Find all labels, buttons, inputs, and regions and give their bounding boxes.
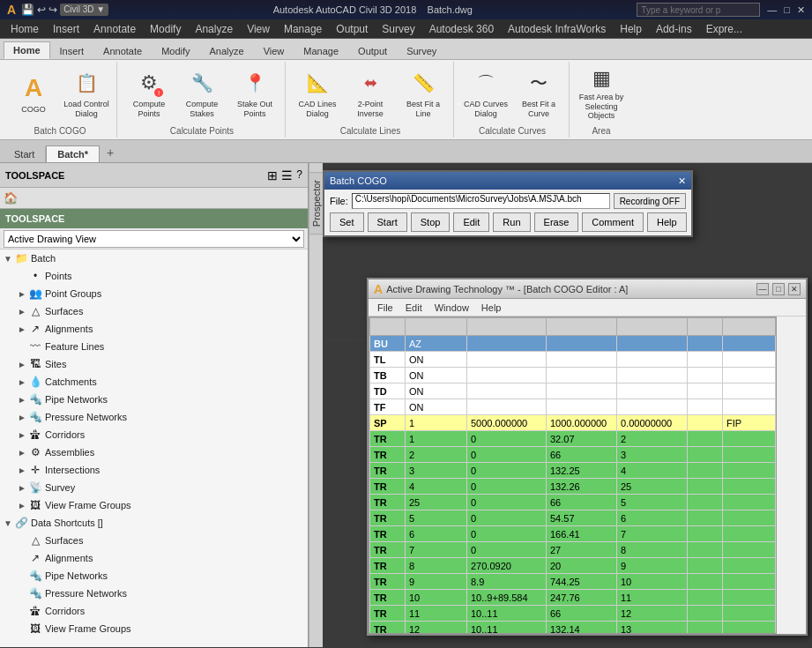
tree-item-ds-corridors[interactable]: 🛣 Corridors	[0, 602, 308, 620]
ribbon-tab-insert[interactable]: Insert	[50, 42, 94, 59]
menu-item-help[interactable]: Help	[613, 21, 649, 37]
tree-item-surfaces[interactable]: ► △ Surfaces	[0, 302, 308, 320]
tree-item-point-groups[interactable]: ► 👥 Point Groups	[0, 285, 308, 302]
view-dropdown[interactable]: Active Drawing View	[4, 230, 304, 248]
ribbon-tab-annotate[interactable]: Annotate	[93, 42, 152, 59]
ribbon-tab-view[interactable]: View	[254, 42, 294, 59]
editor-close-btn[interactable]: ✕	[788, 283, 801, 295]
editor-menu-edit[interactable]: Edit	[400, 302, 428, 314]
menu-item-express[interactable]: Expre...	[699, 21, 749, 37]
table-row[interactable]: TR20663	[370, 447, 776, 463]
table-row[interactable]: TR98.9744.2510	[370, 574, 776, 590]
editor-title-bar[interactable]: A Active Drawing Technology ™ - [Batch C…	[369, 279, 806, 299]
tree-item-viewframe[interactable]: ► 🖼 View Frame Groups	[0, 496, 308, 514]
menu-item-view[interactable]: View	[240, 21, 277, 37]
tree-item-pressure-networks[interactable]: ► 🔩 Pressure Networks	[0, 408, 308, 426]
editor-minimize-btn[interactable]: —	[756, 283, 769, 295]
ribbon-btn-fast-area[interactable]: ▦ Fast Area by Selecting Objects	[577, 66, 626, 123]
tree-item-ds-viewframe[interactable]: 🖼 View Frame Groups	[0, 620, 308, 637]
menu-item-modify[interactable]: Modify	[143, 21, 188, 37]
menu-item-survey[interactable]: Survey	[375, 21, 421, 37]
batch-cogo-title-bar[interactable]: Batch COGO ✕	[324, 172, 691, 190]
menu-item-annotate[interactable]: Annotate	[86, 21, 143, 37]
table-row[interactable]: TLON	[370, 352, 776, 368]
quick-access[interactable]: 💾 ↩ ↪ Civil 3D ▼	[21, 4, 108, 16]
tree-item-ds-alignments[interactable]: ↗ Alignments	[0, 549, 308, 567]
tree-item-survey[interactable]: ► 📡 Survey	[0, 479, 308, 496]
menu-item-output[interactable]: Output	[329, 21, 375, 37]
ribbon-btn-best-fit-curve[interactable]: 〜 Best Fit a Curve	[514, 66, 563, 123]
menu-item-home[interactable]: Home	[4, 21, 46, 37]
menu-item-insert[interactable]: Insert	[46, 21, 86, 37]
table-row[interactable]: SP15000.0000001000.0000000.00000000FIP	[370, 415, 776, 431]
table-row[interactable]: TDON	[370, 384, 776, 399]
editor-table-scroll[interactable]: BUAZTLONTBONTDONTFONSP15000.0000001000.0…	[369, 317, 777, 634]
table-row[interactable]: TR70278	[370, 542, 776, 558]
editor-menu-help[interactable]: Help	[476, 302, 507, 314]
ribbon-btn-2-point-inverse[interactable]: ⬌ 2-Point Inverse	[346, 66, 395, 123]
tree-item-ds-surfaces[interactable]: △ Surfaces	[0, 532, 308, 549]
ribbon-tab-home[interactable]: Home	[4, 41, 50, 59]
dlg-comment-btn[interactable]: Comment	[582, 212, 644, 232]
ribbon-tab-analyze[interactable]: Analyze	[200, 42, 254, 59]
ribbon-tab-output[interactable]: Output	[348, 42, 397, 59]
table-row[interactable]: TR1110..116612	[370, 606, 776, 622]
menu-item-a360[interactable]: Autodesk 360	[422, 21, 501, 37]
dlg-help-btn[interactable]: Help	[647, 212, 687, 232]
table-row[interactable]: TR250665	[370, 495, 776, 510]
tree-root-batch[interactable]: ▼ 📁 Batch	[0, 250, 308, 267]
ribbon-btn-compute-points[interactable]: ⚙ ! Compute Points	[124, 66, 174, 123]
dlg-run-btn[interactable]: Run	[493, 212, 530, 232]
tree-item-intersections[interactable]: ► ✛ Intersections	[0, 461, 308, 479]
tree-item-ds-pressure[interactable]: 🔩 Pressure Networks	[0, 585, 308, 602]
search-input[interactable]	[637, 3, 760, 17]
tree-item-assemblies[interactable]: ► ⚙ Assemblies	[0, 443, 308, 461]
prospector-vert-tab[interactable]: Prospector	[309, 172, 324, 235]
sidebar-btn-help[interactable]: ?	[296, 168, 302, 182]
ribbon-tab-modify[interactable]: Modify	[152, 42, 199, 59]
table-row[interactable]: TR1032.072	[370, 431, 776, 447]
menu-item-manage[interactable]: Manage	[277, 21, 329, 37]
maximize-btn[interactable]: □	[784, 4, 790, 15]
sidebar-btn-2[interactable]: ☰	[281, 168, 293, 182]
tree-item-catchments[interactable]: ► 💧 Catchments	[0, 373, 308, 391]
table-row[interactable]: TR8270.0920209	[370, 558, 776, 574]
menu-item-addins[interactable]: Add-ins	[649, 21, 699, 37]
dlg-erase-btn[interactable]: Erase	[534, 212, 579, 232]
dlg-edit-btn[interactable]: Edit	[453, 212, 489, 232]
menu-item-infraworks[interactable]: Autodesk InfraWorks	[501, 21, 613, 37]
expand-batch[interactable]: ▼	[4, 254, 14, 264]
dlg-set-btn[interactable]: Set	[330, 212, 364, 232]
tree-item-sites[interactable]: ► 🏗 Sites	[0, 355, 308, 373]
menu-item-analyze[interactable]: Analyze	[188, 21, 240, 37]
editor-menu-window[interactable]: Window	[429, 302, 474, 314]
minimize-btn[interactable]: —	[767, 4, 777, 15]
close-btn[interactable]: ✕	[797, 4, 805, 16]
recording-btn[interactable]: Recording OFF	[614, 193, 686, 209]
add-tab-btn[interactable]: +	[100, 143, 121, 162]
ribbon-btn-cogo[interactable]: A COGO	[9, 66, 58, 123]
editor-restore-btn[interactable]: □	[772, 283, 785, 295]
tree-item-feature-lines[interactable]: 〰 Feature Lines	[0, 338, 308, 355]
tree-item-pipe-networks[interactable]: ► 🔩 Pipe Networks	[0, 391, 308, 408]
sidebar-btn-1[interactable]: ⊞	[267, 168, 278, 182]
ribbon-btn-cad-lines[interactable]: 📐 CAD Lines Dialog	[293, 66, 342, 123]
ribbon-btn-load-control[interactable]: 📋 Load Control Dialog	[62, 66, 111, 123]
table-row[interactable]: TR1210..11132.1413	[370, 622, 776, 635]
table-row[interactable]: TR60166.417	[370, 526, 776, 542]
tree-item-alignments[interactable]: ► ↗ Alignments	[0, 320, 308, 338]
editor-menu-file[interactable]: File	[372, 302, 399, 314]
ribbon-btn-cad-curves[interactable]: ⌒ CAD Curves Dialog	[461, 66, 510, 123]
tree-item-ds-pipe-networks[interactable]: 🔩 Pipe Networks	[0, 567, 308, 585]
tree-item-data-shortcuts[interactable]: ▼ 🔗 Data Shortcuts []	[0, 514, 308, 532]
ribbon-btn-best-fit-line[interactable]: 📏 Best Fit a Line	[399, 66, 448, 123]
table-row[interactable]: TR40132.2625	[370, 479, 776, 495]
ribbon-btn-compute-stakes[interactable]: 🔧 Compute Stakes	[177, 66, 227, 123]
table-row[interactable]: TFON	[370, 399, 776, 415]
ribbon-btn-stake-out[interactable]: 📍 Stake Out Points	[230, 66, 279, 123]
table-row[interactable]: TR1010..9+89.584247.7611	[370, 590, 776, 606]
batch-cogo-close[interactable]: ✕	[678, 175, 686, 187]
table-row[interactable]: BUAZ	[370, 336, 776, 352]
table-row[interactable]: TBON	[370, 368, 776, 384]
tree-item-points[interactable]: • Points	[0, 267, 308, 285]
